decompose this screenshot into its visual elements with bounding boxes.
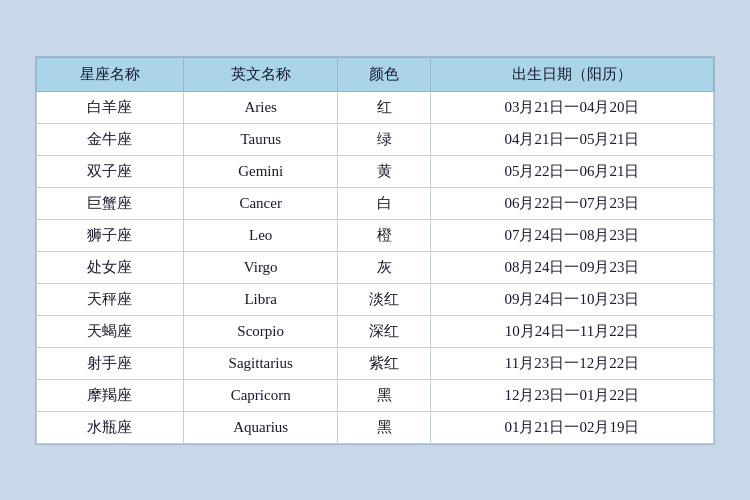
cell-5-3: 08月24日一09月23日 [430, 251, 713, 283]
table-body: 白羊座Aries红03月21日一04月20日金牛座Taurus绿04月21日一0… [37, 91, 714, 443]
table-header-row: 星座名称英文名称颜色出生日期（阳历） [37, 57, 714, 91]
cell-4-1: Leo [183, 219, 338, 251]
cell-1-0: 金牛座 [37, 123, 184, 155]
cell-5-0: 处女座 [37, 251, 184, 283]
table-row: 巨蟹座Cancer白06月22日一07月23日 [37, 187, 714, 219]
cell-1-2: 绿 [338, 123, 431, 155]
cell-8-0: 射手座 [37, 347, 184, 379]
table-row: 狮子座Leo橙07月24日一08月23日 [37, 219, 714, 251]
table-row: 天蝎座Scorpio深红10月24日一11月22日 [37, 315, 714, 347]
cell-0-1: Aries [183, 91, 338, 123]
cell-2-2: 黄 [338, 155, 431, 187]
table-row: 摩羯座Capricorn黑12月23日一01月22日 [37, 379, 714, 411]
cell-9-1: Capricorn [183, 379, 338, 411]
cell-6-3: 09月24日一10月23日 [430, 283, 713, 315]
cell-6-0: 天秤座 [37, 283, 184, 315]
cell-3-3: 06月22日一07月23日 [430, 187, 713, 219]
cell-8-2: 紫红 [338, 347, 431, 379]
cell-10-3: 01月21日一02月19日 [430, 411, 713, 443]
table-row: 处女座Virgo灰08月24日一09月23日 [37, 251, 714, 283]
table-row: 天秤座Libra淡红09月24日一10月23日 [37, 283, 714, 315]
cell-7-2: 深红 [338, 315, 431, 347]
table-row: 白羊座Aries红03月21日一04月20日 [37, 91, 714, 123]
cell-2-3: 05月22日一06月21日 [430, 155, 713, 187]
cell-7-1: Scorpio [183, 315, 338, 347]
cell-6-1: Libra [183, 283, 338, 315]
zodiac-table: 星座名称英文名称颜色出生日期（阳历） 白羊座Aries红03月21日一04月20… [36, 57, 714, 444]
cell-10-2: 黑 [338, 411, 431, 443]
cell-7-3: 10月24日一11月22日 [430, 315, 713, 347]
cell-9-0: 摩羯座 [37, 379, 184, 411]
zodiac-table-container: 星座名称英文名称颜色出生日期（阳历） 白羊座Aries红03月21日一04月20… [35, 56, 715, 445]
cell-9-3: 12月23日一01月22日 [430, 379, 713, 411]
header-col-2: 颜色 [338, 57, 431, 91]
cell-2-1: Gemini [183, 155, 338, 187]
table-row: 双子座Gemini黄05月22日一06月21日 [37, 155, 714, 187]
header-col-3: 出生日期（阳历） [430, 57, 713, 91]
cell-2-0: 双子座 [37, 155, 184, 187]
cell-5-1: Virgo [183, 251, 338, 283]
cell-1-1: Taurus [183, 123, 338, 155]
header-col-1: 英文名称 [183, 57, 338, 91]
cell-10-0: 水瓶座 [37, 411, 184, 443]
cell-0-2: 红 [338, 91, 431, 123]
cell-3-2: 白 [338, 187, 431, 219]
table-row: 射手座Sagittarius紫红11月23日一12月22日 [37, 347, 714, 379]
cell-7-0: 天蝎座 [37, 315, 184, 347]
cell-4-2: 橙 [338, 219, 431, 251]
cell-8-1: Sagittarius [183, 347, 338, 379]
cell-9-2: 黑 [338, 379, 431, 411]
cell-0-3: 03月21日一04月20日 [430, 91, 713, 123]
table-row: 水瓶座Aquarius黑01月21日一02月19日 [37, 411, 714, 443]
cell-5-2: 灰 [338, 251, 431, 283]
cell-1-3: 04月21日一05月21日 [430, 123, 713, 155]
cell-10-1: Aquarius [183, 411, 338, 443]
cell-0-0: 白羊座 [37, 91, 184, 123]
cell-8-3: 11月23日一12月22日 [430, 347, 713, 379]
cell-4-0: 狮子座 [37, 219, 184, 251]
cell-3-1: Cancer [183, 187, 338, 219]
cell-6-2: 淡红 [338, 283, 431, 315]
cell-4-3: 07月24日一08月23日 [430, 219, 713, 251]
header-col-0: 星座名称 [37, 57, 184, 91]
cell-3-0: 巨蟹座 [37, 187, 184, 219]
table-row: 金牛座Taurus绿04月21日一05月21日 [37, 123, 714, 155]
